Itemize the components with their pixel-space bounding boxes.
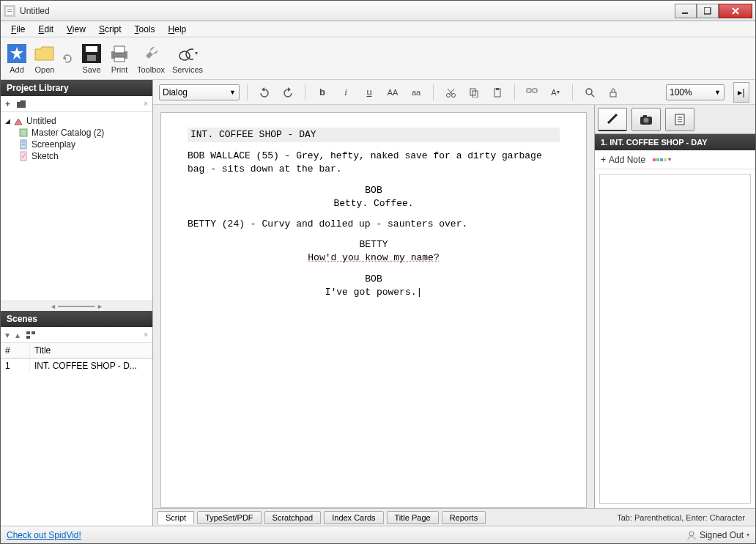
main-toolbar: Add Open Save Print Toolbox ▾ Services — [1, 37, 755, 80]
svg-point-50 — [689, 532, 694, 536]
tab-breakdown[interactable] — [665, 108, 694, 131]
underline-button[interactable]: u — [360, 84, 379, 100]
open-button[interactable]: Open — [34, 43, 55, 74]
bold-button[interactable]: b — [313, 84, 332, 100]
tab-notes[interactable] — [598, 108, 627, 131]
menu-edit[interactable]: Edit — [32, 23, 59, 36]
scene-view-icon[interactable] — [26, 330, 36, 340]
maximize-button[interactable] — [697, 4, 719, 18]
tree-root-label: Untitled — [26, 116, 56, 126]
col-title-header[interactable]: Title — [30, 343, 152, 358]
auth-status[interactable]: Signed Out ▾ — [686, 530, 749, 540]
project-library-header: Project Library — [1, 80, 152, 96]
app-window: Untitled File Edit View Script Tools Hel… — [0, 0, 756, 544]
folder-icon — [34, 45, 55, 62]
paper-scroll-area[interactable]: INT. COFFEE SHOP - DAY BOB WALLACE (55) … — [153, 105, 594, 508]
dialog-text[interactable]: Betty. Coffee. — [261, 197, 486, 210]
remove-item-button[interactable]: × — [144, 100, 148, 108]
zoom-combo[interactable]: 100% ▼ — [666, 84, 724, 100]
svg-line-40 — [591, 94, 594, 97]
screenplay-page[interactable]: INT. COFFEE SHOP - DAY BOB WALLACE (55) … — [160, 112, 587, 508]
redo-icon — [282, 87, 294, 98]
floppy-icon — [82, 44, 101, 63]
element-style-value: Dialog — [163, 87, 188, 98]
scenes-toolbar: ▾ ▴ × — [1, 327, 152, 343]
bottom-tabs: Script TypeSet/PDF Scratchpad Index Card… — [153, 508, 755, 526]
character-name[interactable]: BETTY — [275, 238, 472, 251]
font-button[interactable]: A▾ — [546, 84, 565, 100]
tab-media[interactable] — [631, 108, 661, 131]
right-panel: 1. INT. COFFEE SHOP - DAY + Add Note ▾ — [594, 105, 755, 508]
menu-view[interactable]: View — [61, 23, 92, 36]
paste-button[interactable] — [488, 84, 507, 100]
scene-down-button[interactable]: ▾ — [5, 330, 10, 340]
tab-reports[interactable]: Reports — [442, 511, 486, 524]
minimize-icon — [682, 7, 689, 15]
save-label: Save — [82, 65, 100, 74]
comment-icon — [526, 87, 538, 98]
dialog-text[interactable]: I've got powers. — [261, 286, 486, 299]
dialog-text[interactable]: How'd you know my name? — [308, 252, 439, 263]
toolbox-button[interactable]: Toolbox — [137, 43, 165, 74]
lock-button[interactable] — [604, 84, 623, 100]
note-color-picker[interactable]: ▾ — [653, 156, 671, 163]
italic-button[interactable]: i — [336, 84, 355, 100]
close-button[interactable] — [719, 4, 752, 18]
notes-toolbar: + Add Note ▾ — [595, 150, 755, 169]
svg-rect-36 — [496, 88, 499, 90]
save-button[interactable]: Save — [81, 43, 102, 74]
scene-row[interactable]: 1 INT. COFFEE SHOP - D... — [1, 359, 152, 373]
close-icon — [731, 7, 740, 15]
scene-up-button[interactable]: ▴ — [15, 330, 20, 340]
uppercase-button[interactable]: AA — [383, 84, 402, 100]
scene-heading[interactable]: INT. COFFEE SHOP - DAY — [188, 128, 560, 142]
notes-area[interactable] — [599, 174, 751, 504]
refresh-icon[interactable] — [62, 54, 74, 64]
color-swatch-icon — [653, 158, 667, 161]
tab-title-page[interactable]: Title Page — [387, 511, 439, 524]
lowercase-button[interactable]: aa — [407, 84, 426, 100]
find-button[interactable] — [580, 84, 599, 100]
tab-script[interactable]: Script — [158, 511, 194, 524]
undo-button[interactable] — [255, 84, 274, 100]
add-note-button[interactable]: + Add Note — [601, 155, 645, 165]
add-button[interactable]: Add — [7, 43, 27, 74]
scenes-close-button[interactable]: × — [144, 331, 148, 339]
add-item-button[interactable]: + — [5, 99, 10, 109]
expand-panel-button[interactable]: ▸| — [733, 82, 749, 103]
svg-line-42 — [608, 114, 617, 123]
tree-item-screenplay[interactable]: Screenplay — [4, 139, 149, 150]
tree-item-sketch[interactable]: Sketch — [4, 150, 149, 162]
tree-item-label: Sketch — [32, 151, 59, 161]
cut-button[interactable] — [441, 84, 460, 100]
promo-link[interactable]: Check out SpidVid! — [7, 530, 81, 540]
menu-tools[interactable]: Tools — [129, 23, 161, 36]
character-name[interactable]: BOB — [275, 273, 472, 286]
menu-script[interactable]: Script — [93, 23, 127, 36]
col-num-header[interactable]: # — [1, 343, 30, 358]
folder-small-icon[interactable] — [16, 99, 26, 109]
services-button[interactable]: ▾ Services — [172, 43, 203, 74]
collapse-icon[interactable]: ◢ — [5, 117, 10, 125]
print-button[interactable]: Print — [109, 43, 130, 74]
tab-index-cards[interactable]: Index Cards — [324, 511, 383, 524]
menu-help[interactable]: Help — [163, 23, 193, 36]
redo-button[interactable] — [278, 84, 297, 100]
tree-scrollbar[interactable]: ◄ ━━━━━━━━━━ ► — [1, 301, 152, 311]
tab-scratchpad[interactable]: Scratchpad — [264, 511, 322, 524]
copy-button[interactable] — [464, 84, 483, 100]
project-tree[interactable]: ◢ Untitled Master Catalog (2) Screenplay… — [1, 112, 152, 301]
character-name[interactable]: BOB — [275, 184, 472, 197]
svg-rect-19 — [20, 129, 27, 136]
signed-out-label: Signed Out — [700, 530, 744, 540]
action-text[interactable]: BOB WALLACE (55) - Grey, hefty, naked sa… — [188, 150, 560, 176]
tree-item-catalog[interactable]: Master Catalog (2) — [4, 127, 149, 139]
tree-root[interactable]: ◢ Untitled — [4, 115, 149, 127]
menu-file[interactable]: File — [5, 23, 31, 36]
document-icon — [673, 113, 686, 126]
comment-button[interactable] — [522, 84, 541, 100]
element-style-combo[interactable]: Dialog ▼ — [159, 84, 240, 100]
action-text[interactable]: BETTY (24) - Curvy and dolled up - saunt… — [188, 218, 560, 231]
tab-typeset[interactable]: TypeSet/PDF — [197, 511, 261, 524]
minimize-button[interactable] — [675, 4, 697, 18]
